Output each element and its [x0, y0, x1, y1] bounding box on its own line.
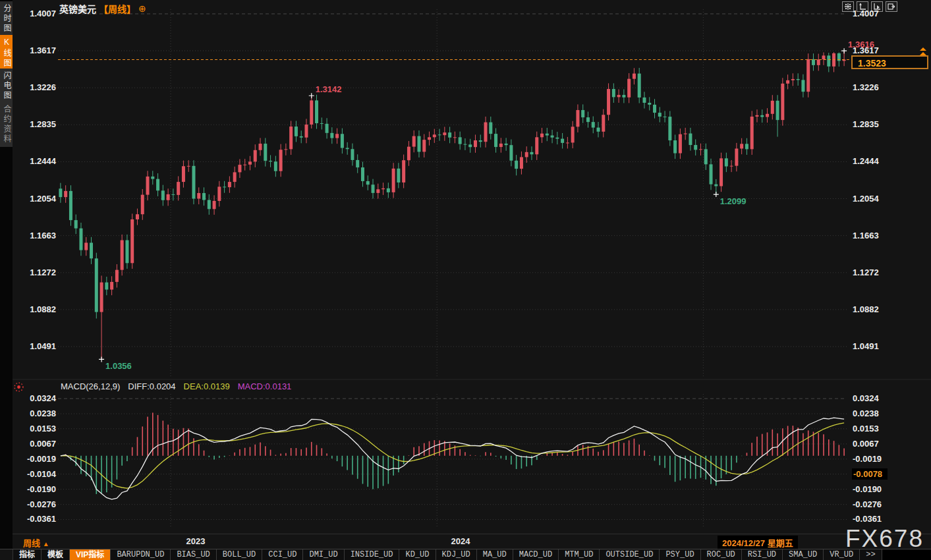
tab-macd_ud[interactable]: MACD_UD: [513, 549, 559, 560]
tab--[interactable]: 指标: [13, 549, 42, 560]
macd-axis-label: -0.0190: [853, 484, 899, 494]
tab-vip-[interactable]: VIP指标: [70, 549, 111, 560]
indicator-settings-icon[interactable]: [13, 381, 24, 393]
svg-text:1.2099: 1.2099: [720, 196, 747, 206]
macd-axis-label: 0.0153: [20, 424, 56, 434]
price-axis-label: 1.0882: [20, 304, 56, 314]
tab-mtm_ud[interactable]: MTM_UD: [559, 549, 600, 560]
indicator-tab-bar: 指标模板VIP指标BARUPDN_UDBIAS_UDBOLL_UDCCI_UDD…: [0, 549, 931, 560]
tab-sma_ud[interactable]: SMA_UD: [783, 549, 824, 560]
left-sidebar: 分时图 K线图 闪电图 合约资料: [0, 0, 13, 560]
price-axis-label: 1.1272: [20, 267, 56, 277]
macd-axis-label: -0.0104: [20, 469, 56, 479]
price-axis-label: 1.2444: [853, 156, 899, 166]
svg-text:1.0356: 1.0356: [105, 361, 132, 371]
price-axis-label: 1.1272: [853, 267, 899, 277]
price-axis-label: 1.2054: [20, 194, 56, 204]
macd-current-value-tag: -0.0078: [852, 468, 888, 480]
price-axis-label: 1.3617: [20, 45, 56, 55]
symbol-title: 英镑美元: [59, 2, 96, 15]
macd-axis-label: -0.0361: [20, 514, 56, 524]
sidebar-item-time-chart[interactable]: 分时图: [0, 1, 13, 36]
year-label-2024: 2024: [451, 536, 470, 546]
chart-canvas[interactable]: 1.03561.31421.20991.3616: [0, 0, 931, 560]
tab-bias_ud[interactable]: BIAS_UD: [171, 549, 216, 560]
period-tag[interactable]: 【周线】: [99, 2, 136, 15]
price-axis-label: 1.0491: [853, 341, 899, 351]
price-axis-label: 1.3617: [853, 45, 899, 55]
price-axis-label: 1.2835: [20, 119, 56, 129]
macd-axis-label: -0.0019: [853, 454, 899, 464]
price-axis-label: 1.1663: [20, 231, 56, 240]
price-axis-label: 1.4007: [20, 9, 56, 18]
watermark: FX678: [845, 525, 924, 553]
last-price-tag: 1.3523: [851, 55, 928, 69]
macd-axis-label: 0.0238: [20, 408, 56, 418]
price-axis-label: 1.2054: [853, 194, 899, 204]
tab-rsi_ud[interactable]: RSI_UD: [742, 549, 783, 560]
price-axis-label: 1.2444: [20, 156, 56, 166]
date-tag: 2024/12/27 星期五: [718, 536, 798, 549]
tab-barupdn_ud[interactable]: BARUPDN_UD: [111, 549, 171, 560]
svg-text:1.3142: 1.3142: [316, 84, 342, 94]
trading-app: 1.03561.31421.20991.3616 分时图 K线图 闪电图 合约资…: [0, 0, 931, 560]
macd-header: MACD(26,12,9) DIFF:0.0204 DEA:0.0139 MAC…: [61, 381, 291, 391]
macd-axis-label: 0.0067: [20, 439, 56, 449]
macd-title[interactable]: MACD(26,12,9): [61, 381, 120, 391]
price-axis-label: 1.3226: [20, 82, 56, 92]
tab-roc_ud[interactable]: ROC_UD: [701, 549, 742, 560]
price-up-arrows-icon: [918, 47, 928, 59]
tab-outside_ud[interactable]: OUTSIDE_UD: [600, 549, 660, 560]
macd-axis-label: -0.0276: [20, 499, 56, 509]
macd-axis-label: 0.0238: [853, 408, 899, 418]
tab-inside_ud[interactable]: INSIDE_UD: [345, 549, 400, 560]
sidebar-item-kline-chart[interactable]: K线图: [0, 35, 13, 71]
macd-axis-label: 0.0067: [853, 439, 899, 449]
price-axis-label: 1.3226: [853, 82, 899, 92]
price-axis-label: 1.1663: [853, 231, 899, 240]
price-axis-label: 1.4007: [853, 9, 899, 18]
macd-dea-value: DEA:0.0139: [184, 381, 230, 391]
add-indicator-icon[interactable]: ⊕: [138, 4, 146, 13]
price-axis-label: 1.0491: [20, 341, 56, 351]
price-axis-label: 1.2835: [853, 119, 899, 129]
year-label-2023: 2023: [186, 536, 206, 546]
tab-kdj_ud[interactable]: KDJ_UD: [436, 549, 477, 560]
tab--[interactable]: 模板: [42, 549, 70, 560]
macd-diff-value: DIFF:0.0204: [128, 381, 175, 391]
sidebar-item-lightning-chart[interactable]: 闪电图: [0, 69, 13, 103]
macd-axis-label: 0.0324: [853, 393, 899, 403]
macd-macd-value: MACD:0.0131: [238, 381, 292, 391]
price-axis-label: 1.0882: [853, 304, 899, 314]
macd-axis-label: 0.0153: [853, 424, 899, 434]
sidebar-item-contract-info[interactable]: 合约资料: [0, 102, 13, 147]
tab-psy_ud[interactable]: PSY_UD: [660, 549, 700, 560]
chart-header: 英镑美元 【周线】 ⊕: [59, 3, 146, 14]
tab-boll_ud[interactable]: BOLL_UD: [217, 549, 262, 560]
tab-ma_ud[interactable]: MA_UD: [477, 549, 513, 560]
macd-axis-label: -0.0361: [853, 514, 899, 524]
macd-axis-label: -0.0276: [853, 499, 899, 509]
tab-dmi_ud[interactable]: DMI_UD: [303, 549, 344, 560]
macd-axis-label: -0.0190: [20, 484, 56, 494]
tab-cci_ud[interactable]: CCI_UD: [262, 549, 303, 560]
period-selector[interactable]: 周线 ▲: [23, 536, 49, 549]
tab-kd_ud[interactable]: KD_UD: [399, 549, 436, 560]
tab-bar-corner: [0, 549, 13, 560]
macd-axis-label: 0.0324: [20, 393, 56, 403]
time-axis: 周线 ▲ 2023 2024 2024/12/27 星期五: [13, 534, 931, 549]
macd-axis-label: -0.0019: [20, 454, 56, 464]
